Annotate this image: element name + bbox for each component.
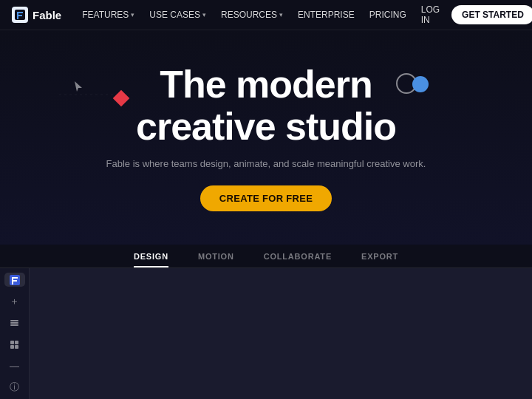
nav-pricing[interactable]: PRICING bbox=[364, 7, 412, 23]
svg-rect-5 bbox=[10, 324, 18, 326]
tabs-bar: DESIGN MOTION COLLABORATE EXPORT bbox=[0, 245, 532, 268]
create-free-button[interactable]: CREATE FOR FREE bbox=[200, 185, 332, 211]
add-layer-icon[interactable]: ＋ bbox=[4, 294, 25, 308]
logo-text: Fable bbox=[33, 9, 61, 21]
chevron-down-icon: ▾ bbox=[131, 11, 134, 18]
svg-rect-9 bbox=[15, 345, 18, 349]
nav-use-cases[interactable]: USE CASES ▾ bbox=[143, 7, 212, 23]
nav-features[interactable]: FEATURES ▾ bbox=[76, 7, 140, 23]
navbar: Fable FEATURES ▾ USE CASES ▾ RESOURCES ▾… bbox=[0, 0, 532, 30]
logo[interactable]: Fable bbox=[12, 7, 61, 23]
svg-rect-7 bbox=[15, 341, 18, 344]
info-icon[interactable]: ⓘ bbox=[4, 381, 25, 395]
login-button[interactable]: LOG IN bbox=[415, 1, 446, 28]
get-started-button[interactable]: GET STARTED bbox=[451, 5, 532, 24]
logo-icon bbox=[12, 7, 28, 23]
nav-enterprise[interactable]: ENTERPRISE bbox=[292, 7, 361, 23]
tab-collaborate[interactable]: COLLABORATE bbox=[264, 246, 332, 267]
hero-title: The modern creative studio bbox=[136, 64, 396, 148]
svg-rect-4 bbox=[10, 322, 18, 324]
chevron-down-icon: ▾ bbox=[202, 11, 206, 18]
svg-rect-8 bbox=[10, 345, 14, 349]
cursor-icon bbox=[74, 81, 83, 92]
svg-rect-6 bbox=[10, 341, 14, 344]
chevron-down-icon: ▾ bbox=[279, 11, 283, 18]
assets-icon[interactable] bbox=[4, 338, 25, 352]
svg-rect-3 bbox=[10, 320, 18, 321]
editor-main: ＋ — ⓘ FUELYOURFIRE RUN FLY bbox=[0, 268, 532, 399]
hero-subtitle: Fable is where teams design, animate, an… bbox=[106, 158, 426, 169]
minus-icon[interactable]: — bbox=[4, 359, 25, 373]
tab-motion[interactable]: MOTION bbox=[198, 246, 234, 267]
left-toolbar: ＋ — ⓘ bbox=[0, 268, 30, 399]
tab-design[interactable]: DESIGN bbox=[134, 246, 168, 267]
circle-blue-decoration bbox=[412, 76, 429, 92]
tab-export[interactable]: EXPORT bbox=[361, 246, 398, 267]
nav-resources[interactable]: RESOURCES ▾ bbox=[215, 7, 289, 23]
fable-logo-icon[interactable] bbox=[4, 273, 25, 287]
layers-icon[interactable] bbox=[4, 316, 25, 330]
hero-section: The modern creative studio Fable is wher… bbox=[0, 30, 532, 245]
